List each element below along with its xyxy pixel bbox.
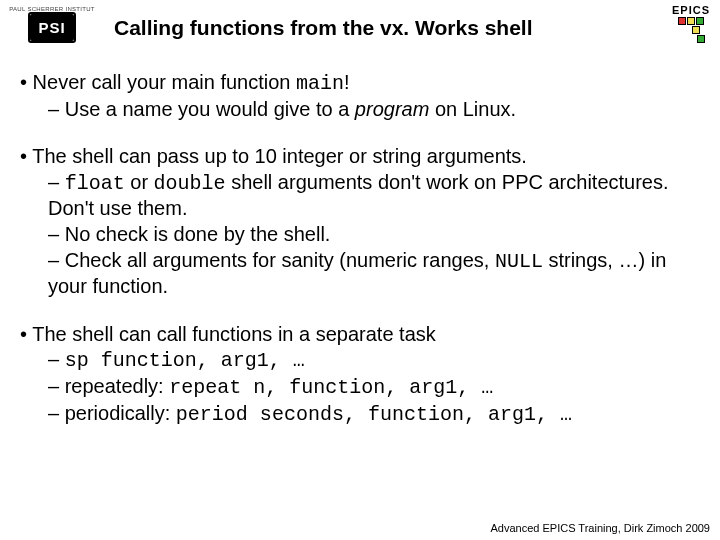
bullet-2-sub-2: No check is done by the shell. [65,223,331,245]
slide-footer: Advanced EPICS Training, Dirk Zimoch 200… [491,522,711,534]
bullet-3-sub-2-pre: repeatedly: [65,375,170,397]
epics-logo-label: EPICS [672,4,710,16]
slide-header: PAUL SCHERRER INSTITUT PSI Calling funct… [0,0,720,48]
psi-logo: PAUL SCHERRER INSTITUT PSI [10,8,94,48]
psi-institute-label: PAUL SCHERRER INSTITUT [9,6,95,12]
bullet-3: • The shell can call functions in a sepa… [20,322,706,427]
bullet-3-sub-2-code: repeat n, function, arg1, … [169,376,493,399]
bullet-2-sub-1-mid: or [125,171,154,193]
bullet-3-sub-1-code: sp function, arg1, … [65,349,305,372]
bullet-2-sub-3-code: NULL [495,250,543,273]
bullet-2: • The shell can pass up to 10 integer or… [20,144,706,300]
bullet-3-sub-3-pre: periodically: [65,402,176,424]
bullet-1: • Never call your main function main! – … [20,70,706,122]
bullet-1-sub-1-em: program [355,98,429,120]
bullet-2-text: The shell can pass up to 10 integer or s… [32,145,527,167]
bullet-1-sub-1-pre: Use a name you would give to a [65,98,355,120]
psi-logo-mark: PSI [30,14,73,41]
epics-logo: EPICS [672,4,710,43]
bullet-3-sub-3-code: period seconds, function, arg1, … [176,403,572,426]
slide-body: • Never call your main function main! – … [0,48,720,427]
bullet-1-sub-1-post: on Linux. [429,98,516,120]
slide-title: Calling functions from the vx. Works she… [108,16,710,40]
bullet-1-text-post: ! [344,71,350,93]
bullet-3-text: The shell can call functions in a separa… [32,323,436,345]
bullet-1-text-pre: Never call your main function [33,71,296,93]
bullet-2-sub-3-pre: Check all arguments for sanity (numeric … [65,249,495,271]
bullet-2-sub-1-code1: float [65,172,125,195]
bullet-2-sub-1-code2: double [154,172,226,195]
bullet-1-code: main [296,72,344,95]
